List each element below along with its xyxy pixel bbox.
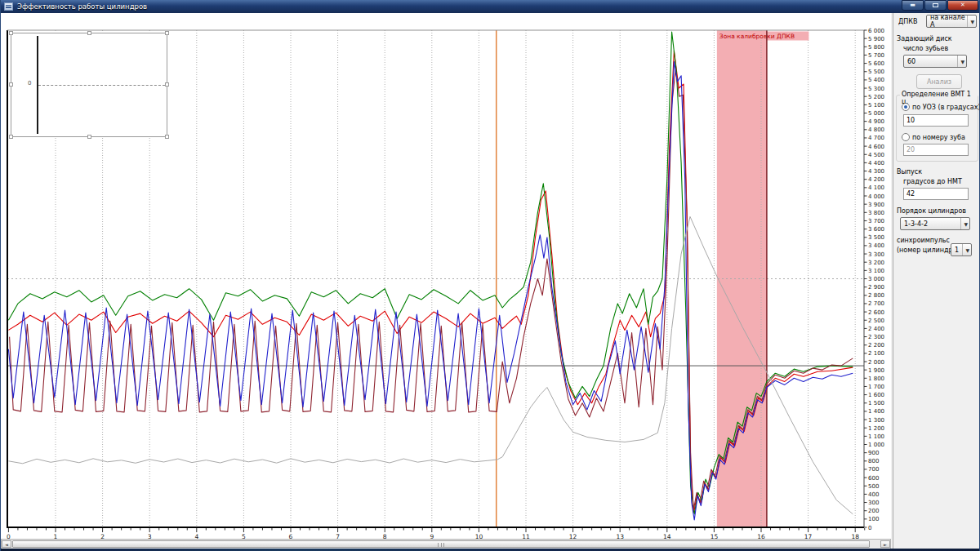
analyze-button[interactable]: Анализ [916,74,962,89]
y-tick-label: 4 500 [868,152,884,158]
y-tick-label: 5 400 [868,77,884,83]
y-tick-label: 4 100 [868,184,884,191]
y-tick-label: 3 100 [868,268,884,274]
teeth-label: число зубьев [903,45,948,52]
y-tick-label: 100 [868,516,879,522]
application-window: Эффективность работы цилиндров ▬ ✕ 1342 … [0,0,980,551]
inset-zero-label: 0 [28,80,31,87]
sync-label: синхроимпульс [897,237,950,244]
inset-mini-chart[interactable]: 0 [11,33,167,137]
close-button[interactable]: ✕ [947,0,978,11]
exhaust-input[interactable] [903,188,969,200]
y-tick-label: 2 300 [868,334,884,340]
scroll-right-arrow[interactable]: ► [880,540,890,548]
caption-buttons: ▬ ✕ [902,0,978,11]
teeth-count-select[interactable]: 60▼ [903,55,967,68]
cylinder-order-select[interactable]: 1-3-4-2▼ [900,217,970,230]
y-tick-label: 1 600 [868,392,884,398]
y-tick-label: 1 300 [868,417,884,424]
sync-cylinder-value: 1 [955,247,959,254]
scroll-left-arrow[interactable]: ◄ [2,540,11,548]
tooth-radio-label: по номеру зуба [912,134,965,141]
y-tick-label: 2 900 [868,284,884,291]
resize-handle[interactable] [165,31,169,35]
y-tick-label: 600 [868,475,879,482]
cylinder-order-value: 1-3-4-2 [904,220,928,228]
app-icon [4,2,13,11]
y-tick-label: 2 200 [868,342,884,349]
chart-panel: Зона калибровки ДПКВ01234567891011121314… [1,13,891,540]
uoz-radio[interactable] [902,103,910,111]
y-tick-label: 4 800 [868,127,884,133]
window-titlebar: Эффективность работы цилиндров ▬ ✕ [1,0,980,13]
y-tick-label: 3 000 [868,276,884,282]
y-tick-label: 1 400 [868,408,884,415]
calibration-zone-label: Зона калибровки ДПКВ [719,33,795,40]
maximize-icon [933,3,938,7]
y-tick-label: 3 700 [868,218,884,224]
resize-handle[interactable] [9,31,13,35]
y-tick-label: 6 000 [868,28,884,34]
maximize-button[interactable] [924,0,947,11]
y-tick-label: 3 600 [868,226,884,233]
y-tick-label: 700 [868,466,879,473]
tooth-input[interactable] [903,144,969,156]
y-tick-label: 4 600 [868,144,884,150]
chevron-down-icon: ▼ [960,218,968,229]
y-tick-label: 3 800 [868,210,884,216]
dpkv-channel-select[interactable]: на канале А▼ [926,15,977,28]
exhaust-label: Выпуск [897,168,922,176]
y-tick-label: 4 900 [868,118,884,125]
y-tick-label: 1 900 [868,367,884,374]
y-tick-label: 900 [868,450,879,456]
resize-handle[interactable] [87,31,91,35]
y-tick-label: 800 [868,458,879,464]
dpkv-label: ДПКВ [898,18,917,25]
y-tick-label: 5 700 [868,52,884,59]
y-tick-label: 4 200 [868,176,884,183]
dpkv-channel-value: на канале А [930,14,967,29]
uoz-radio-row: по УОЗ (в градусах) [902,103,980,111]
y-tick-label: 300 [868,500,879,506]
scrollbar-grip [438,543,444,547]
scrollbar-thumb[interactable] [12,540,870,548]
sync-cylinder-select[interactable]: 1▼ [951,243,972,256]
uoz-input[interactable] [903,114,969,127]
resize-handle[interactable] [165,82,169,87]
y-tick-label: 5 500 [868,69,884,75]
y-tick-label: 2 700 [868,300,884,307]
chevron-down-icon: ▼ [957,56,964,67]
tooth-radio[interactable] [902,133,910,141]
tooth-radio-row: по номеру зуба [902,133,965,141]
window-title: Эффективность работы цилиндров [17,2,147,11]
y-tick-label: 4 400 [868,160,884,167]
y-tick-label: 1 200 [868,425,884,432]
y-tick-label: 2 600 [868,309,884,316]
y-tick-label: 5 100 [868,102,884,109]
y-tick-label: 500 [868,483,879,490]
disk-label: Задающий диск [897,35,952,42]
y-tick-label: 3 400 [868,242,884,249]
resize-handle[interactable] [87,135,91,139]
y-tick-label: 1 000 [868,442,884,448]
y-tick-label: 5 800 [868,44,884,51]
exhaust-sub-label: градусов до НМТ [903,178,962,185]
y-tick-label: 2 400 [868,326,884,332]
y-tick-label: 1 100 [868,433,884,440]
y-tick-label: 2 000 [868,359,884,366]
y-tick-label: 200 [868,508,879,514]
minimize-button[interactable]: ▬ [902,0,924,11]
y-tick-label: 5 600 [868,60,884,67]
y-tick-label: 2 500 [868,318,884,324]
resize-handle[interactable] [9,135,13,139]
chevron-down-icon: ▼ [967,16,974,27]
resize-handle[interactable] [165,135,169,139]
chevron-down-icon: ▼ [962,244,969,256]
y-tick-label: 2 800 [868,292,884,299]
y-tick-label: 1 500 [868,400,884,407]
y-tick-label: 5 300 [868,86,884,92]
y-tick-label: 4 000 [868,193,884,200]
resize-handle[interactable] [9,82,13,87]
y-tick-label: 4 300 [868,168,884,175]
inset-zero-line [38,85,165,86]
